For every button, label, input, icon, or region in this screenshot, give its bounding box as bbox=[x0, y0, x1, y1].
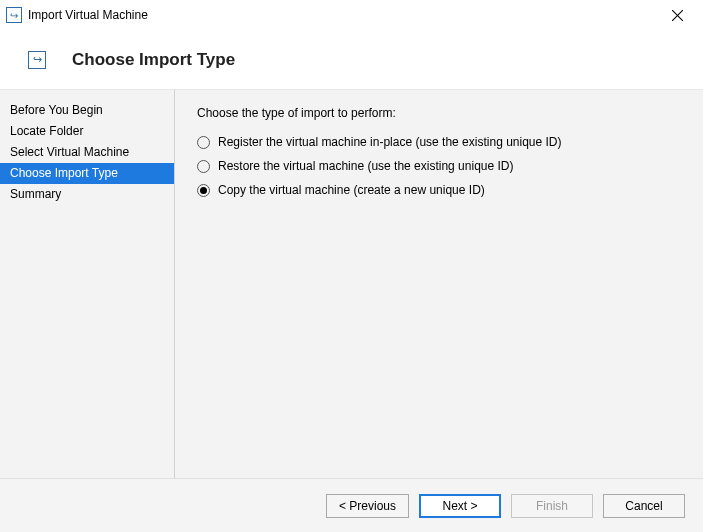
close-icon bbox=[672, 10, 683, 21]
sidebar-item-label: Choose Import Type bbox=[10, 166, 118, 180]
sidebar-item-select-virtual-machine[interactable]: Select Virtual Machine bbox=[0, 142, 174, 163]
option-copy[interactable]: Copy the virtual machine (create a new u… bbox=[197, 178, 687, 202]
sidebar-item-label: Locate Folder bbox=[10, 124, 83, 138]
finish-button: Finish bbox=[511, 494, 593, 518]
import-icon: ↪ bbox=[28, 51, 46, 69]
radio-icon bbox=[197, 160, 210, 173]
footer: < Previous Next > Finish Cancel bbox=[0, 478, 703, 532]
radio-icon bbox=[197, 184, 210, 197]
close-button[interactable] bbox=[657, 1, 697, 29]
sidebar-item-choose-import-type[interactable]: Choose Import Type bbox=[0, 163, 174, 184]
page-header: ↪ Choose Import Type bbox=[0, 30, 703, 90]
wizard-window: ↪ Import Virtual Machine ↪ Choose Import… bbox=[0, 0, 703, 532]
sidebar-item-label: Before You Begin bbox=[10, 103, 103, 117]
sidebar-item-label: Summary bbox=[10, 187, 61, 201]
wizard-body: Before You Begin Locate Folder Select Vi… bbox=[0, 90, 703, 478]
sidebar-item-label: Select Virtual Machine bbox=[10, 145, 129, 159]
cancel-button[interactable]: Cancel bbox=[603, 494, 685, 518]
window-title: Import Virtual Machine bbox=[28, 8, 148, 22]
option-label: Copy the virtual machine (create a new u… bbox=[218, 183, 485, 197]
option-register-in-place[interactable]: Register the virtual machine in-place (u… bbox=[197, 130, 687, 154]
next-button[interactable]: Next > bbox=[419, 494, 501, 518]
sidebar-item-locate-folder[interactable]: Locate Folder bbox=[0, 121, 174, 142]
sidebar: Before You Begin Locate Folder Select Vi… bbox=[0, 90, 175, 478]
previous-button[interactable]: < Previous bbox=[326, 494, 409, 518]
option-label: Restore the virtual machine (use the exi… bbox=[218, 159, 513, 173]
titlebar: ↪ Import Virtual Machine bbox=[0, 0, 703, 30]
option-restore[interactable]: Restore the virtual machine (use the exi… bbox=[197, 154, 687, 178]
sidebar-item-before-you-begin[interactable]: Before You Begin bbox=[0, 100, 174, 121]
instruction-text: Choose the type of import to perform: bbox=[197, 106, 687, 120]
radio-icon bbox=[197, 136, 210, 149]
content-pane: Choose the type of import to perform: Re… bbox=[175, 90, 703, 478]
sidebar-item-summary[interactable]: Summary bbox=[0, 184, 174, 205]
page-title: Choose Import Type bbox=[72, 50, 235, 70]
option-label: Register the virtual machine in-place (u… bbox=[218, 135, 562, 149]
import-icon: ↪ bbox=[6, 7, 22, 23]
